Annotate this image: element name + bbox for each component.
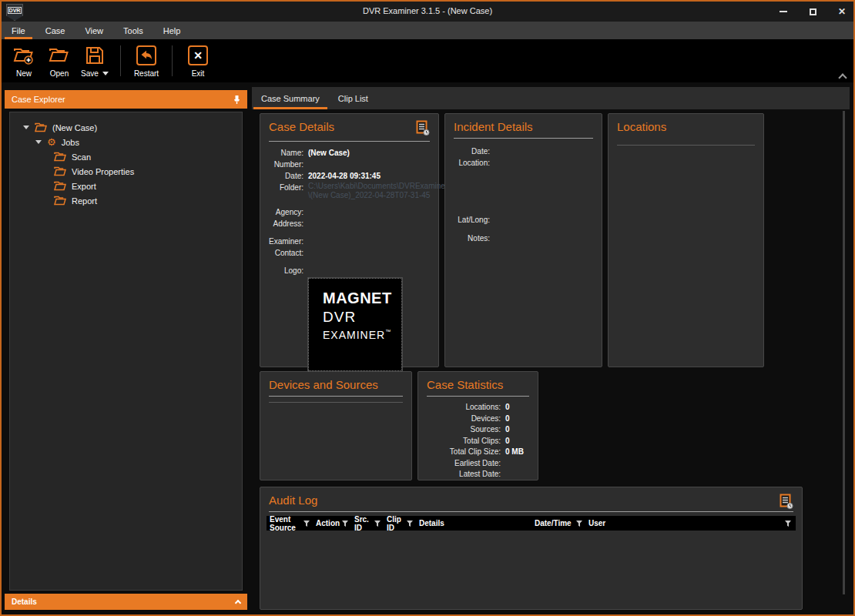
gear-icon: ⚙ [47,137,56,147]
folder-icon [54,196,66,206]
column-user[interactable]: User [588,519,793,527]
menu-view[interactable]: View [75,22,113,39]
new-folder-icon [12,45,35,66]
folder-icon [54,152,66,162]
audit-log-title: Audit Log [269,494,317,507]
audit-log-panel: Audit Log Event Source Action Src. ID [260,487,803,610]
exit-icon: ✕ [188,45,208,66]
save-case-button[interactable]: Save [77,39,112,82]
stat-latest-date: Latest Date: [424,469,531,480]
field-incident-location: Location: [453,157,594,169]
locations-panel: Locations [608,113,764,367]
field-contact: Contact: [268,247,431,259]
menu-file[interactable]: File [2,22,35,39]
audit-log-header-row: Event Source Action Src. ID Clip ID Deta… [267,516,796,531]
save-icon [85,45,105,66]
stat-devices: Devices:0 [424,413,531,425]
menu-case[interactable]: Case [35,22,75,39]
new-case-button[interactable]: New [6,39,42,82]
pin-icon[interactable] [233,95,240,105]
close-button[interactable]: ✕ [837,6,847,17]
agency-logo-image: MAGNET DVR EXAMINER™ [308,278,402,371]
field-examiner: Examiner: [268,236,431,247]
tree-item-video-properties[interactable]: Video Properties [10,164,242,179]
details-expander[interactable]: Details [5,594,247,610]
stat-earliest-date: Earliest Date: [424,458,531,470]
open-case-button[interactable]: Open [42,39,77,82]
stat-sources: Sources:0 [424,424,531,436]
expand-arrow-icon[interactable] [35,140,42,144]
case-statistics-panel: Case Statistics Locations:0 Devices:0 So… [417,371,538,480]
filter-icon[interactable] [342,521,348,527]
case-explorer-header[interactable]: Case Explorer [5,90,247,109]
menu-tools[interactable]: Tools [113,22,153,39]
stat-locations: Locations:0 [424,402,531,413]
tree-item-label: Scan [72,152,91,162]
restart-button[interactable]: Restart [129,39,164,82]
menu-help[interactable]: Help [153,22,191,39]
case-explorer-tree: (New Case) ⚙ Jobs Scan Video Properties [9,112,243,591]
column-src-id[interactable]: Src. ID [354,515,387,532]
maximize-button[interactable] [807,6,818,17]
field-agency: Agency: [268,206,431,218]
column-action[interactable]: Action [316,519,354,527]
stat-total-clips: Total Clips:0 [424,436,531,447]
tree-item-label: (New Case) [52,123,97,132]
column-clip-id[interactable]: Clip ID [387,515,419,532]
tree-item-new-case[interactable]: (New Case) [10,120,242,135]
tree-item-label: Export [72,182,96,191]
toolbar-separator [172,45,173,76]
minimize-button[interactable] [778,6,789,17]
vertical-scrollbar[interactable] [843,111,845,594]
case-statistics-title: Case Statistics [427,378,503,391]
field-name: Name:(New Case) [268,147,431,159]
field-number: Number: [268,159,431,170]
export-audit-log-icon[interactable] [780,494,793,510]
devices-sources-title: Devices and Sources [269,378,378,391]
toolbar-separator [120,45,121,76]
column-date-time[interactable]: Date/Time [535,519,588,527]
field-address: Address: [268,218,431,229]
tree-item-jobs[interactable]: ⚙ Jobs [10,135,242,149]
restart-icon [136,45,156,66]
column-event-source[interactable]: Event Source [270,515,316,532]
tab-clip-list[interactable]: Clip List [329,87,377,109]
expand-arrow-icon[interactable] [22,126,29,129]
filter-icon[interactable] [374,521,381,527]
folder-icon [35,122,47,132]
tree-item-label: Video Properties [72,167,134,176]
folder-icon [54,181,66,191]
field-date: Date:2022-04-28 09:31:45 [268,170,431,182]
save-dropdown-icon[interactable] [102,72,109,75]
incident-details-panel: Incident Details Date: Location: Lat/Lon… [444,113,602,367]
case-details-title: Case Details [269,120,334,133]
exit-button[interactable]: ✕ Exit [180,39,216,82]
edit-case-details-icon[interactable] [416,120,430,136]
tree-item-report[interactable]: Report [10,193,242,208]
tree-item-scan[interactable]: Scan [10,149,242,164]
filter-icon[interactable] [303,521,310,527]
stat-total-clip-size: Total Clip Size:0 MB [424,447,531,458]
tab-case-summary[interactable]: Case Summary [252,87,329,109]
collapse-ribbon-button[interactable] [840,75,847,79]
folder-icon [54,166,66,176]
tree-item-label: Report [72,196,97,206]
menu-bar: File Case View Tools Help [2,22,853,39]
tree-item-label: Jobs [62,138,79,147]
app-window: DVR DVR Examiner 3.1.5 - (New Case) ✕ Fi… [0,0,855,616]
column-details[interactable]: Details [419,519,535,527]
details-label: Details [12,598,37,606]
chevron-up-icon [235,600,241,606]
incident-details-title: Incident Details [454,120,533,133]
tab-strip: Case Summary Clip List [252,87,850,109]
window-title: DVR Examiner 3.1.5 - (New Case) [2,6,853,15]
open-folder-icon [48,45,71,66]
filter-icon[interactable] [576,521,582,527]
ribbon-toolbar: New Open Save [2,39,853,82]
case-explorer-title: Case Explorer [12,95,65,104]
tree-item-export[interactable]: Export [10,179,242,193]
filter-icon[interactable] [785,521,791,527]
case-details-panel: Case Details Name:(New Case) Number: Dat… [260,113,439,367]
filter-icon[interactable] [407,521,413,527]
devices-sources-panel: Devices and Sources [260,371,412,480]
